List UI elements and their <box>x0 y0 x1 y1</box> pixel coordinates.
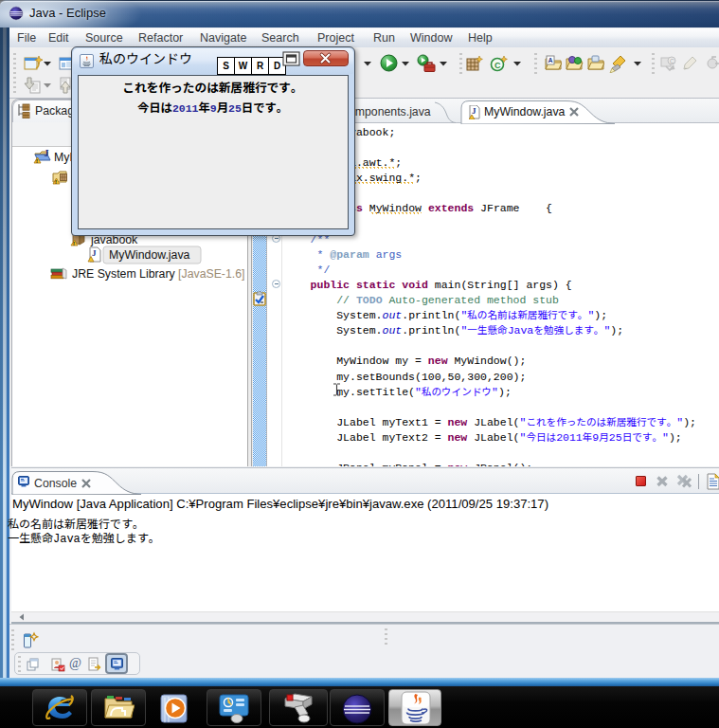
svg-text:!: ! <box>55 179 57 185</box>
svg-text:C: C <box>670 58 674 64</box>
svg-text:J: J <box>45 148 49 158</box>
svg-text:!: ! <box>36 158 38 164</box>
svg-text:J: J <box>472 106 476 116</box>
svg-text:JRE System Library [JavaSE-1.6: JRE System Library [JavaSE-1.6] <box>72 267 244 281</box>
svg-text:A: A <box>548 57 553 64</box>
svg-text:J: J <box>92 248 97 258</box>
svg-text:C: C <box>494 61 501 70</box>
svg-text:MyWindow.java: MyWindow.java <box>109 248 190 262</box>
svg-text:!: ! <box>73 241 75 246</box>
